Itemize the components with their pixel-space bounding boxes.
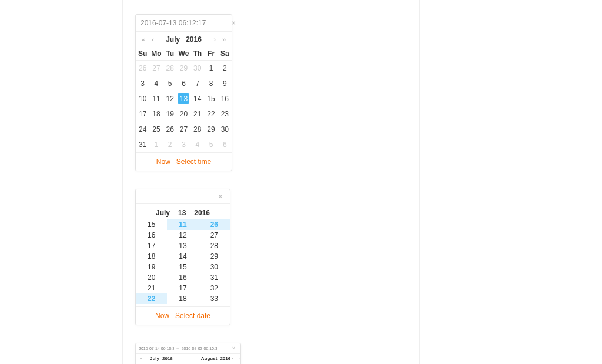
picker1-month-label[interactable]: July	[166, 35, 180, 44]
picker1-footer: Now Select time	[136, 152, 232, 171]
spinner-item[interactable]: 18	[167, 293, 198, 304]
spinner-item[interactable]: 14	[167, 251, 198, 262]
calendar-day[interactable]: 19	[163, 106, 177, 122]
spinner-item[interactable]: 31	[199, 272, 230, 283]
spinner-item[interactable]: 27	[199, 230, 230, 241]
picker2-month-label[interactable]: July	[156, 209, 170, 217]
spinner-item[interactable]: 11	[167, 219, 198, 230]
calendar-day[interactable]: 7	[190, 76, 204, 91]
calendar-day[interactable]: 29	[204, 122, 218, 137]
calendar-day[interactable]: 27	[177, 122, 190, 137]
calendar-day[interactable]: 28	[163, 61, 177, 76]
spinner-item[interactable]: 17	[167, 283, 198, 293]
calendar-day[interactable]: 2	[218, 61, 232, 76]
calendar-day[interactable]: 27	[149, 61, 163, 76]
spinner-item[interactable]: 22	[136, 293, 167, 304]
calendar-day[interactable]: 21	[190, 106, 204, 122]
calendar-day[interactable]: 9	[218, 76, 232, 91]
spinner-item[interactable]: 13	[167, 241, 198, 251]
calendar-day[interactable]: 13	[177, 91, 190, 106]
calendar-day[interactable]: 15	[204, 91, 218, 106]
calendar-day[interactable]: 25	[149, 122, 163, 137]
calendar-day[interactable]: 26	[136, 61, 149, 76]
calendar-day[interactable]: 6	[177, 76, 190, 91]
picker1-year-label[interactable]: 2016	[186, 35, 202, 44]
calendar-day[interactable]: 26	[163, 122, 177, 137]
calendar-day[interactable]: 2	[163, 137, 177, 152]
spinner-item[interactable]: 20	[136, 272, 167, 283]
next-month-icon[interactable]: ›	[212, 36, 218, 43]
select-time-link[interactable]: Select time	[176, 158, 211, 166]
clear-icon[interactable]: ×	[216, 192, 225, 201]
calendar-day[interactable]: 10	[136, 91, 149, 106]
spinner-item[interactable]: 21	[136, 283, 167, 293]
calendar-day[interactable]: 3	[177, 137, 190, 152]
calendar-day[interactable]: 17	[136, 106, 149, 122]
calendar-day[interactable]: 5	[204, 137, 218, 152]
select-date-link[interactable]: Select date	[175, 312, 210, 320]
prev-year-icon[interactable]: «	[141, 36, 146, 43]
picker1-nav: « ‹ July 2016 › »	[136, 32, 232, 47]
spinner-item[interactable]: 17	[136, 241, 167, 251]
calendar-day[interactable]: 4	[149, 76, 163, 91]
calendar-day[interactable]: 31	[136, 137, 149, 152]
range-start-input[interactable]	[139, 345, 174, 352]
picker2-day-label[interactable]: 13	[178, 209, 186, 217]
next-year-icon[interactable]: »	[238, 356, 241, 360]
calendar-day[interactable]: 4	[190, 137, 204, 152]
spinner-item[interactable]: 15	[167, 262, 198, 272]
calendar-day[interactable]: 30	[218, 122, 232, 137]
spinner-item[interactable]: 30	[199, 262, 230, 272]
calendar-day[interactable]: 22	[204, 106, 218, 122]
calendar-day[interactable]: 28	[190, 122, 204, 137]
calendar-day[interactable]: 29	[177, 61, 190, 76]
next-year-icon[interactable]: »	[221, 36, 227, 43]
range-left-month[interactable]: July	[150, 356, 159, 361]
range-left-year[interactable]: 2016	[162, 356, 173, 361]
spinner-item[interactable]: 15	[136, 219, 167, 230]
picker2-col-0[interactable]: 151617181920212223	[136, 219, 167, 304]
spinner-item[interactable]: 12	[167, 230, 198, 241]
calendar-day[interactable]: 12	[163, 91, 177, 106]
calendar-day[interactable]: 16	[218, 91, 232, 106]
spinner-item[interactable]: 28	[199, 241, 230, 251]
picker2-col-1[interactable]: 111213141516171819	[167, 219, 198, 304]
range-left-pane: « ‹ July 2016 SuMoTuWeThFrSa262728293012…	[136, 354, 187, 364]
calendar-day[interactable]: 1	[149, 137, 163, 152]
calendar-day[interactable]: 23	[218, 106, 232, 122]
clear-icon[interactable]: ×	[229, 19, 238, 27]
spinner-item[interactable]: 29	[199, 251, 230, 262]
spinner-item[interactable]: 16	[167, 272, 198, 283]
range-right-month[interactable]: August	[201, 356, 218, 361]
calendar-day[interactable]: 3	[136, 76, 149, 91]
calendar-day[interactable]: 6	[218, 137, 232, 152]
date-input-1[interactable]	[141, 18, 229, 28]
range-right-year[interactable]: 2016	[220, 356, 230, 361]
calendar-day[interactable]: 24	[136, 122, 149, 137]
spinner-item[interactable]: 33	[199, 293, 230, 304]
picker2-year-label[interactable]: 2016	[194, 209, 210, 217]
calendar-day[interactable]: 8	[204, 76, 218, 91]
picker2-columns: 151617181920212223 111213141516171819 26…	[136, 219, 230, 306]
clear-icon[interactable]: ×	[230, 346, 238, 351]
spinner-item[interactable]: 16	[136, 230, 167, 241]
calendar-day[interactable]: 14	[190, 91, 204, 106]
calendar-day[interactable]: 1	[204, 61, 218, 76]
prev-month-icon[interactable]: ‹	[150, 36, 156, 43]
range-end-input[interactable]	[182, 345, 217, 352]
now-link[interactable]: Now	[155, 312, 169, 320]
spinner-item[interactable]: 18	[136, 251, 167, 262]
picker2-col-2[interactable]: 262728293031323334	[199, 219, 230, 304]
now-link[interactable]: Now	[156, 158, 170, 166]
spinner-item[interactable]: 26	[199, 219, 230, 230]
next-month-icon[interactable]: ›	[230, 356, 234, 360]
spinner-item[interactable]: 19	[136, 262, 167, 272]
calendar-day[interactable]: 30	[190, 61, 204, 76]
calendar-day[interactable]: 18	[149, 106, 163, 122]
prev-year-icon[interactable]: «	[139, 356, 143, 360]
spinner-item[interactable]: 32	[199, 283, 230, 293]
calendar-day[interactable]: 5	[163, 76, 177, 91]
date-picker-2: × July 13 2016 151617181920212223 111213…	[135, 189, 230, 325]
calendar-day[interactable]: 20	[177, 106, 190, 122]
calendar-day[interactable]: 11	[149, 91, 163, 106]
